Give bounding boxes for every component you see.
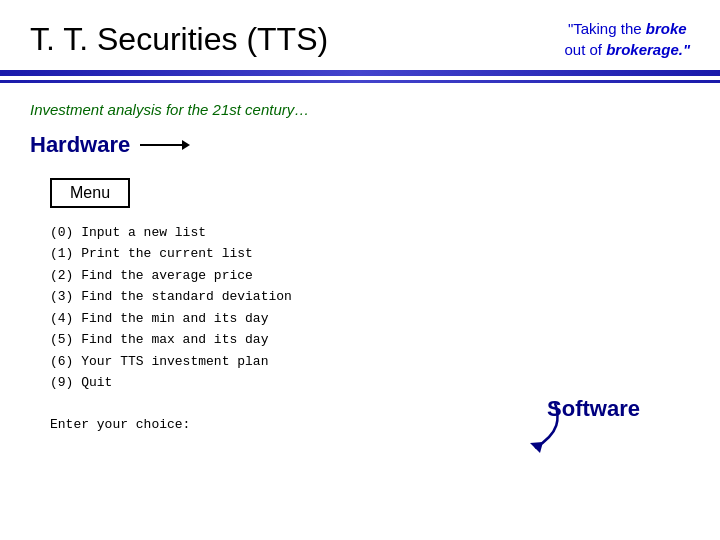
menu-list: (0) Input a new list (1) Print the curre… bbox=[50, 222, 670, 394]
bottom-row: Enter your choice: Software bbox=[0, 396, 720, 432]
app-title: T. T. Securities (TTS) bbox=[30, 21, 328, 58]
hardware-arrow bbox=[140, 138, 190, 152]
tagline-text2: out of bbox=[564, 41, 606, 58]
divider-thin bbox=[0, 80, 720, 83]
menu-item-6: (6) Your TTS investment plan bbox=[50, 351, 670, 372]
menu-item-4: (4) Find the min and its day bbox=[50, 308, 670, 329]
menu-item-5: (5) Find the max and its day bbox=[50, 329, 670, 350]
menu-box: Menu bbox=[50, 178, 130, 208]
tagline-bold1: broke bbox=[646, 20, 687, 37]
header: T. T. Securities (TTS) "Taking the broke… bbox=[0, 0, 720, 70]
hardware-section: Hardware bbox=[0, 124, 720, 178]
tagline-bold2: brokerage." bbox=[606, 41, 690, 58]
enter-choice: Enter your choice: bbox=[50, 417, 190, 432]
menu-item-0: (0) Input a new list bbox=[50, 222, 670, 243]
hardware-label: Hardware bbox=[30, 132, 130, 158]
menu-item-2: (2) Find the average price bbox=[50, 265, 670, 286]
divider-thick bbox=[0, 70, 720, 76]
tagline-text1: "Taking the bbox=[568, 20, 646, 37]
svg-marker-0 bbox=[530, 442, 543, 453]
menu-item-1: (1) Print the current list bbox=[50, 243, 670, 264]
subtitle: Investment analysis for the 21st century… bbox=[0, 95, 720, 124]
menu-area: Menu (0) Input a new list (1) Print the … bbox=[0, 178, 720, 394]
curved-arrow-icon bbox=[505, 398, 565, 462]
tagline: "Taking the broke out of brokerage." bbox=[564, 18, 690, 60]
menu-item-9: (9) Quit bbox=[50, 372, 670, 393]
menu-item-3: (3) Find the standard deviation bbox=[50, 286, 670, 307]
